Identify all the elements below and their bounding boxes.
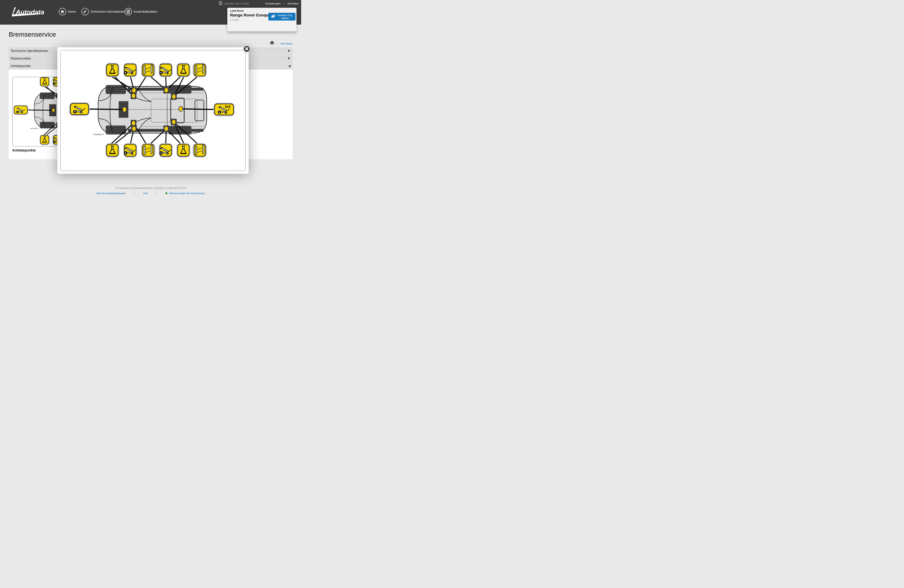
- open-all-link[interactable]: Alle öffnen: [280, 42, 292, 45]
- status-label: Statusanzeige der Anwendung: [169, 192, 204, 195]
- topbar: autodata.user-123456 Einstellungen Abmel…: [218, 2, 299, 5]
- figure-code: AD100603 G: [93, 133, 104, 136]
- wrench-icon: [81, 8, 89, 15]
- axle-stand-badge: [177, 63, 190, 77]
- status-link[interactable]: Statusanzeige der Anwendung: [165, 192, 204, 195]
- change-vehicle-button[interactable]: Anderes Fzg. wählen: [269, 13, 296, 21]
- close-icon: [245, 47, 249, 51]
- footer-links: Benutzungsbedingungen Info Statusanzeige…: [0, 191, 301, 195]
- svg-text:4x4: 4x4: [225, 105, 231, 109]
- modal-figure-frame: AD100603 G4x4: [60, 50, 246, 171]
- axle-stand-badge: [40, 77, 49, 87]
- two-post-lift-badge: [141, 143, 155, 157]
- chevron-right-icon: [288, 57, 290, 60]
- car-top-view: AD100603 G: [93, 85, 207, 136]
- trolley-jack-4x4-badge: 4x4: [214, 103, 234, 116]
- home-icon: [59, 8, 66, 15]
- car-plus-icon: [271, 14, 276, 19]
- chevron-right-icon: [288, 50, 290, 52]
- vehicle-make: Land Rover: [230, 9, 244, 12]
- copyright-text: © Copyright und Datenbankrechte: Autodat…: [0, 187, 301, 190]
- settings-link[interactable]: Einstellungen: [265, 2, 280, 5]
- nav-technische-informationen[interactable]: Technische Informationen: [81, 8, 125, 15]
- terms-link[interactable]: Benutzungsbedingungen: [97, 192, 126, 195]
- trolley-jack-badge: [159, 63, 172, 77]
- trolley-jack-badge: [70, 103, 89, 115]
- two-post-lift-badge: [141, 63, 155, 77]
- autodata-app: autodata.user-123456 Einstellungen Abmel…: [0, 0, 301, 196]
- two-post-lift-badge: [193, 143, 207, 157]
- axle-stand-badge: [177, 143, 190, 157]
- logged-in-user: autodata.user-123456: [224, 2, 249, 5]
- calculator-icon: [125, 8, 132, 15]
- nav-label: Home: [68, 10, 76, 13]
- autodata-logo[interactable]: Autodata: [9, 6, 46, 18]
- printer-icon[interactable]: [270, 41, 274, 46]
- toolbar: Alle öffnen: [270, 41, 292, 46]
- logo-text: Autodata: [16, 8, 44, 16]
- vehicle-card: Land Rover Range Rover Evoque 2.0 eD4 An…: [227, 8, 297, 32]
- lifting-points-diagram-large: AD100603 G4x4: [61, 51, 245, 171]
- axle-stand-badge: [40, 135, 49, 145]
- figure-caption: Anhebepunkte: [12, 149, 36, 152]
- nav-kostenkalkulation[interactable]: Kostenkalkulation: [125, 8, 157, 15]
- lifting-points-modal: AD100603 G4x4: [57, 47, 249, 174]
- axle-stand-badge: [106, 63, 119, 77]
- page-title: Bremsenservice: [9, 31, 56, 38]
- nav-label: Technische Informationen: [90, 10, 125, 13]
- accordion-label: Anhebepunkte: [11, 64, 31, 68]
- two-post-lift-badge: [193, 63, 207, 77]
- vehicle-engine: 2.0 eD4: [230, 18, 239, 21]
- trolley-jack-badge: [14, 105, 28, 114]
- accordion-label: Technische Spezifikationen: [11, 49, 48, 53]
- figure-code: AD100603 G: [31, 128, 39, 129]
- logout-link[interactable]: Abmelden: [287, 2, 299, 5]
- close-button[interactable]: [243, 45, 250, 52]
- nav-home[interactable]: Home: [59, 8, 76, 15]
- accordion-label: Reparturzeiten: [11, 57, 31, 60]
- status-green-dot-icon: [165, 192, 168, 194]
- trolley-jack-badge: [123, 63, 137, 77]
- nav-label: Kostenkalkulation: [134, 10, 157, 13]
- change-vehicle-label: Anderes Fzg. wählen: [277, 14, 293, 20]
- user-avatar-icon: [218, 1, 223, 6]
- vehicle-model: Range Rover Evoque: [230, 13, 271, 17]
- trolley-jack-badge: [159, 143, 172, 157]
- axle-stand-badge: [106, 143, 119, 157]
- trolley-jack-badge: [123, 143, 137, 157]
- info-link[interactable]: Info: [143, 192, 148, 195]
- chevron-down-icon: [288, 65, 291, 68]
